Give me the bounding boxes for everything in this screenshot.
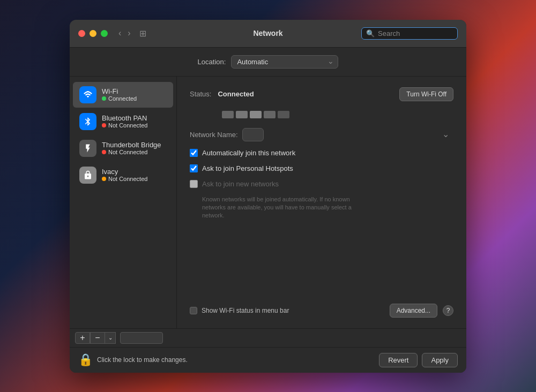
sidebar-item-wifi[interactable]: Wi-Fi Connected — [73, 82, 173, 108]
helper-text: Known networks will be joined automatica… — [202, 195, 358, 220]
remove-network-button[interactable]: − — [90, 332, 105, 344]
hotspot-checkbox[interactable] — [190, 164, 198, 172]
hotspot-label: Ask to join Personal Hotspots — [202, 164, 293, 172]
filter-area — [120, 332, 461, 344]
forward-button[interactable]: › — [125, 27, 132, 39]
sidebar-item-ivacy[interactable]: Ivacy Not Connected — [73, 162, 173, 188]
show-wifi-toggle: Show Wi-Fi status in menu bar — [190, 307, 289, 314]
thunderbolt-icon — [79, 140, 96, 157]
wifi-network-info: Wi-Fi Connected — [102, 87, 137, 102]
lock-icon[interactable]: 🔒 — [78, 353, 93, 367]
title-bar: ‹ › ⊞ Network 🔍 — [70, 20, 466, 48]
sidebar-filter-input[interactable] — [120, 332, 163, 344]
sidebar-item-bluetooth[interactable]: Bluetooth PAN Not Connected — [73, 109, 173, 134]
search-box[interactable]: 🔍 — [361, 27, 458, 40]
auto-join-checkbox[interactable] — [190, 149, 198, 157]
network-actions-button[interactable]: ⌄ — [105, 332, 116, 344]
network-name-select-wrapper — [242, 128, 453, 141]
status-value: Connected — [218, 90, 254, 98]
network-name-select[interactable] — [242, 128, 264, 141]
new-networks-label: Ask to join new networks — [202, 180, 279, 188]
network-sidebar: Wi-Fi Connected Bluetooth PAN — [70, 77, 177, 328]
show-wifi-label: Show Wi-Fi status in menu bar — [202, 307, 289, 314]
location-bar: Location: Automatic — [70, 48, 466, 77]
search-input[interactable] — [378, 29, 453, 37]
signal-bar-5 — [278, 111, 289, 118]
lock-text: Click the lock to make changes. — [97, 356, 188, 364]
signal-bar-4 — [264, 111, 276, 118]
minimize-button[interactable] — [90, 30, 96, 37]
signal-bar-2 — [236, 111, 248, 118]
detail-panel: Status: Connected Turn Wi-Fi Off Network… — [177, 77, 466, 328]
close-button[interactable] — [78, 30, 85, 37]
new-networks-row: Ask to join new networks — [190, 180, 453, 188]
sidebar-buttons: + − ⌄ — [75, 332, 116, 344]
network-name-label: Network Name: — [190, 131, 238, 139]
ivacy-network-info: Ivacy Not Connected — [102, 168, 147, 182]
vpn-icon — [79, 167, 96, 184]
detail-bottom: Show Wi-Fi status in menu bar Advanced..… — [190, 304, 453, 318]
sidebar-action-bar: + − ⌄ — [70, 328, 466, 347]
apply-button[interactable]: Apply — [422, 353, 458, 367]
signal-bar-1 — [222, 111, 234, 118]
network-name-row: Network Name: — [190, 128, 453, 141]
thunderbolt-name: Thunderbolt Bridge — [102, 141, 161, 149]
maximize-button[interactable] — [101, 30, 108, 37]
thunderbolt-status-dot — [102, 150, 106, 154]
ivacy-name: Ivacy — [102, 168, 147, 176]
bluetooth-status: Not Connected — [102, 122, 147, 129]
wifi-icon — [79, 86, 96, 103]
main-content: Wi-Fi Connected Bluetooth PAN — [70, 77, 466, 328]
location-label: Location: — [198, 58, 226, 66]
auto-join-row: Automatically join this network — [190, 149, 453, 157]
help-button[interactable]: ? — [443, 305, 453, 316]
status-label: Status: — [190, 90, 211, 98]
turn-wifi-button[interactable]: Turn Wi-Fi Off — [399, 87, 453, 101]
nav-arrows: ‹ › — [116, 27, 133, 39]
show-wifi-checkbox[interactable] — [190, 307, 197, 314]
wifi-status: Connected — [102, 95, 137, 102]
network-preferences-window: ‹ › ⊞ Network 🔍 Location: Automatic — [70, 20, 466, 373]
location-select-wrapper: Automatic — [231, 55, 338, 69]
status-row: Status: Connected Turn Wi-Fi Off — [190, 87, 453, 101]
bluetooth-network-info: Bluetooth PAN Not Connected — [102, 114, 147, 129]
bluetooth-icon — [79, 113, 96, 130]
wifi-status-dot — [102, 96, 106, 101]
location-select[interactable]: Automatic — [231, 55, 338, 69]
traffic-lights — [78, 30, 108, 37]
thunderbolt-status: Not Connected — [102, 149, 161, 155]
thunderbolt-network-info: Thunderbolt Bridge Not Connected — [102, 141, 161, 155]
add-network-button[interactable]: + — [75, 332, 90, 344]
auto-join-label: Automatically join this network — [202, 149, 295, 157]
signal-bars — [222, 111, 453, 118]
advanced-button[interactable]: Advanced... — [390, 304, 437, 318]
window-title: Network — [253, 29, 282, 37]
bluetooth-name: Bluetooth PAN — [102, 114, 147, 122]
lock-section: 🔒 Click the lock to make changes. Revert… — [70, 347, 466, 373]
hotspot-row: Ask to join Personal Hotspots — [190, 164, 453, 172]
ivacy-status: Not Connected — [102, 176, 147, 182]
sidebar-item-thunderbolt[interactable]: Thunderbolt Bridge Not Connected — [73, 135, 173, 161]
footer-buttons: Revert Apply — [379, 353, 458, 367]
bluetooth-status-dot — [102, 123, 106, 127]
grid-icon[interactable]: ⊞ — [139, 28, 146, 39]
new-networks-checkbox[interactable] — [190, 180, 198, 188]
ivacy-status-dot — [102, 177, 106, 181]
revert-button[interactable]: Revert — [379, 353, 418, 367]
signal-bar-3 — [250, 111, 262, 118]
back-button[interactable]: ‹ — [116, 27, 123, 39]
wifi-name: Wi-Fi — [102, 87, 137, 95]
search-icon: 🔍 — [366, 29, 375, 37]
